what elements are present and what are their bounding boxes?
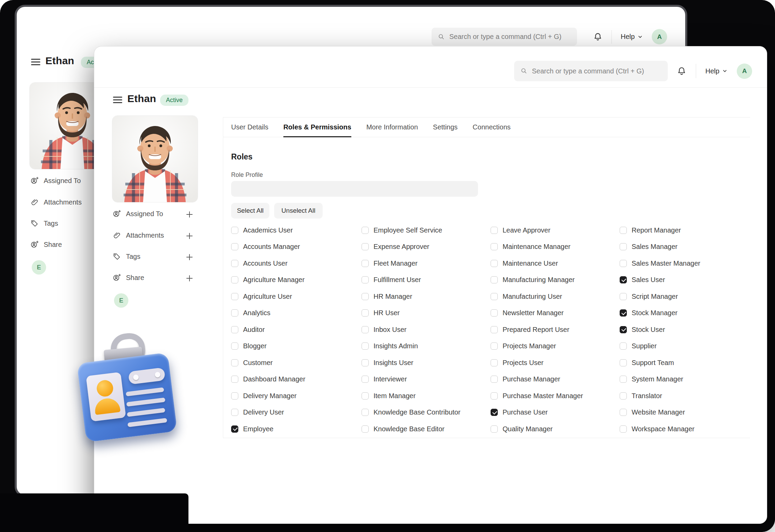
role-checkbox[interactable] bbox=[620, 409, 627, 416]
role-checkbox[interactable] bbox=[491, 227, 498, 234]
role-label[interactable]: Newsletter Manager bbox=[503, 309, 564, 317]
role-item[interactable]: Analytics bbox=[231, 305, 359, 322]
role-checkbox[interactable] bbox=[362, 243, 369, 250]
role-item[interactable]: Fulfillment User bbox=[362, 272, 490, 289]
sidebar-item-attachments[interactable]: Attachments bbox=[113, 231, 164, 240]
menu-icon[interactable] bbox=[113, 97, 122, 103]
role-item[interactable]: Dashboard Manager bbox=[231, 371, 359, 388]
role-label[interactable]: Academics User bbox=[243, 226, 293, 234]
sidebar-item-assigned-to[interactable]: Assigned To bbox=[113, 210, 163, 218]
sidebar-item-assigned-to[interactable]: Assigned To bbox=[30, 177, 81, 185]
role-label[interactable]: Script Manager bbox=[632, 293, 678, 300]
sidebar-item-tags[interactable]: Tags bbox=[30, 219, 58, 228]
role-item[interactable]: Blogger bbox=[231, 338, 359, 355]
role-checkbox[interactable] bbox=[362, 276, 369, 283]
shared-with-avatar[interactable]: E bbox=[32, 260, 46, 275]
help-menu[interactable]: Help bbox=[621, 33, 643, 41]
role-label[interactable]: Leave Approver bbox=[503, 226, 550, 234]
role-item[interactable]: Purchase Manager bbox=[491, 371, 619, 388]
role-label[interactable]: Interviewer bbox=[374, 375, 407, 383]
role-label[interactable]: Auditor bbox=[243, 326, 265, 334]
role-label[interactable]: Accounts User bbox=[243, 260, 287, 267]
role-label[interactable]: Agriculture Manager bbox=[243, 276, 305, 284]
role-item[interactable]: Employee bbox=[231, 421, 359, 437]
role-checkbox[interactable] bbox=[491, 409, 498, 416]
role-label[interactable]: Delivery Manager bbox=[243, 392, 297, 400]
role-item[interactable]: HR Manager bbox=[362, 288, 490, 305]
role-checkbox[interactable] bbox=[231, 342, 238, 350]
role-label[interactable]: Stock Manager bbox=[632, 309, 678, 317]
role-checkbox[interactable] bbox=[620, 227, 627, 234]
role-item[interactable]: Stock User bbox=[620, 321, 748, 338]
role-checkbox[interactable] bbox=[491, 326, 498, 333]
role-label[interactable]: Report Manager bbox=[632, 226, 681, 234]
role-checkbox[interactable] bbox=[491, 243, 498, 250]
role-label[interactable]: Supplier bbox=[632, 342, 657, 350]
sidebar-item-tags[interactable]: Tags bbox=[113, 252, 140, 261]
role-checkbox[interactable] bbox=[362, 326, 369, 333]
role-item[interactable]: Stock Manager bbox=[620, 305, 748, 322]
role-item[interactable]: Insights Admin bbox=[362, 338, 490, 355]
role-checkbox[interactable] bbox=[620, 260, 627, 267]
role-item[interactable]: Workspace Manager bbox=[620, 421, 748, 437]
role-item[interactable]: Projects User bbox=[491, 354, 619, 371]
user-avatar[interactable]: A bbox=[737, 64, 752, 79]
role-checkbox[interactable] bbox=[231, 227, 238, 234]
role-item[interactable]: Item Manager bbox=[362, 388, 490, 404]
role-item[interactable]: Knowledge Base Editor bbox=[362, 421, 490, 437]
role-checkbox[interactable] bbox=[362, 409, 369, 416]
sidebar-item-share[interactable]: Share bbox=[30, 240, 62, 249]
role-label[interactable]: Insights User bbox=[374, 359, 413, 367]
role-checkbox[interactable] bbox=[491, 376, 498, 383]
role-checkbox[interactable] bbox=[231, 243, 238, 250]
role-checkbox[interactable] bbox=[231, 276, 238, 283]
role-checkbox[interactable] bbox=[491, 359, 498, 366]
role-label[interactable]: Knowledge Base Editor bbox=[374, 425, 445, 433]
role-item[interactable]: Supplier bbox=[620, 338, 748, 355]
role-label[interactable]: Accounts Manager bbox=[243, 243, 300, 251]
role-item[interactable]: Sales Master Manager bbox=[620, 255, 748, 272]
role-checkbox[interactable] bbox=[362, 392, 369, 400]
role-checkbox[interactable] bbox=[231, 260, 238, 267]
role-checkbox[interactable] bbox=[362, 359, 369, 366]
role-checkbox[interactable] bbox=[620, 243, 627, 250]
role-label[interactable]: Purchase Master Manager bbox=[503, 392, 583, 400]
role-label[interactable]: Fleet Manager bbox=[374, 260, 418, 267]
role-profile-input[interactable] bbox=[231, 181, 478, 197]
role-item[interactable]: Support Team bbox=[620, 354, 748, 371]
user-avatar[interactable]: A bbox=[652, 29, 667, 44]
role-label[interactable]: Workspace Manager bbox=[632, 425, 694, 433]
role-label[interactable]: Insights Admin bbox=[374, 342, 418, 350]
role-label[interactable]: Maintenance Manager bbox=[503, 243, 570, 251]
role-checkbox[interactable] bbox=[362, 425, 369, 433]
role-label[interactable]: Sales Manager bbox=[632, 243, 678, 251]
role-label[interactable]: Website Manager bbox=[632, 408, 685, 416]
role-label[interactable]: Translator bbox=[632, 392, 662, 400]
role-label[interactable]: Delivery User bbox=[243, 408, 284, 416]
role-item[interactable]: System Manager bbox=[620, 371, 748, 388]
role-checkbox[interactable] bbox=[231, 309, 238, 317]
add-share-button[interactable] bbox=[185, 274, 194, 283]
role-item[interactable]: Auditor bbox=[231, 321, 359, 338]
role-label[interactable]: Employee Self Service bbox=[374, 226, 442, 234]
tab-user-details[interactable]: User Details bbox=[231, 117, 268, 137]
role-item[interactable]: Delivery User bbox=[231, 404, 359, 421]
role-checkbox[interactable] bbox=[620, 359, 627, 366]
role-label[interactable]: Stock User bbox=[632, 326, 665, 334]
role-checkbox[interactable] bbox=[362, 260, 369, 267]
role-item[interactable]: Maintenance Manager bbox=[491, 239, 619, 255]
add-assigned-button[interactable] bbox=[185, 210, 194, 219]
sidebar-item-share[interactable]: Share bbox=[113, 274, 144, 282]
role-checkbox[interactable] bbox=[620, 425, 627, 433]
role-item[interactable]: Accounts Manager bbox=[231, 239, 359, 255]
role-checkbox[interactable] bbox=[491, 293, 498, 300]
role-label[interactable]: Knowledge Base Contributor bbox=[374, 408, 461, 416]
menu-icon[interactable] bbox=[31, 59, 40, 65]
role-label[interactable]: Inbox User bbox=[374, 326, 407, 334]
role-item[interactable]: Leave Approver bbox=[491, 222, 619, 239]
search-input[interactable]: Search or type a command (Ctrl + G) bbox=[514, 61, 668, 81]
role-label[interactable]: Projects User bbox=[503, 359, 544, 367]
role-checkbox[interactable] bbox=[231, 392, 238, 400]
role-checkbox[interactable] bbox=[362, 342, 369, 350]
role-label[interactable]: Sales Master Manager bbox=[632, 260, 700, 267]
